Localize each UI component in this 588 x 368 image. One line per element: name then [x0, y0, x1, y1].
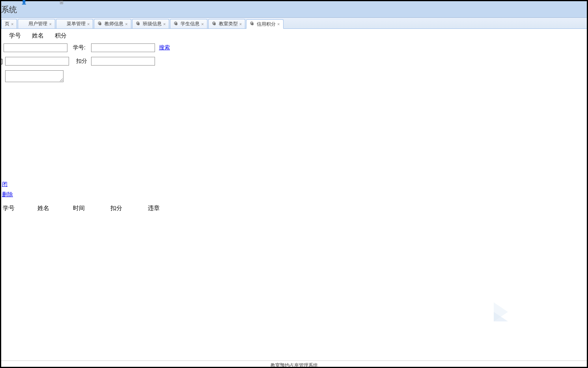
deduct-input[interactable]	[91, 57, 155, 66]
student-id-input[interactable]	[91, 43, 155, 52]
th-name: 姓名	[37, 205, 73, 212]
tab-credit-score[interactable]: 信用积分 ×	[246, 19, 283, 29]
close-icon[interactable]: ×	[277, 22, 280, 26]
remark-textarea[interactable]	[5, 70, 63, 82]
col-score: 积分	[55, 32, 67, 39]
table-headers: 学号 姓名 时间 扣分 违章	[2, 203, 586, 214]
delete-link[interactable]: 删除	[2, 191, 13, 198]
tab-class-info[interactable]: 班级信息 ×	[132, 19, 169, 28]
menu-icon	[60, 21, 65, 27]
col-name: 姓名	[32, 32, 44, 39]
close-icon[interactable]: ×	[201, 22, 203, 26]
row2-label1: ]	[1, 58, 3, 64]
th-deduct: 扣分	[110, 205, 148, 212]
gear-icon	[250, 21, 255, 27]
tab-menu-management[interactable]: 菜单管理 ×	[56, 19, 93, 28]
tab-classroom-type[interactable]: 教室类型 ×	[208, 19, 245, 28]
tab-teacher-info[interactable]: 教师信息 ×	[94, 19, 131, 28]
watermark-logo	[484, 296, 516, 329]
close-icon[interactable]: ×	[163, 22, 166, 26]
deduct-row: ] 扣分	[2, 54, 586, 68]
main-content: 学号 姓名 积分 学号: 搜索 ] 扣分 闭 删除 学号 姓名	[1, 29, 587, 360]
footer: 教室预约占座管理系统	[1, 360, 587, 367]
th-student-id: 学号	[2, 205, 37, 212]
tab-label: 教室类型	[219, 21, 238, 27]
tab-label: 班级信息	[143, 21, 162, 27]
search-row: 学号: 搜索	[2, 41, 586, 54]
close-icon[interactable]: ×	[239, 22, 242, 26]
tab-label: 学生信息	[181, 21, 200, 27]
th-violation: 违章	[148, 205, 179, 212]
action-links: 闭 删除	[2, 179, 586, 203]
close-link[interactable]: 闭	[2, 181, 7, 188]
app-header: 系统	[1, 1, 587, 18]
col-student-id: 学号	[9, 32, 21, 39]
close-icon[interactable]: ×	[11, 22, 13, 26]
gear-icon	[212, 21, 217, 27]
tab-student-info[interactable]: 学生信息 ×	[170, 19, 207, 28]
tab-label: 菜单管理	[67, 21, 86, 27]
app-title: 系统	[1, 5, 17, 14]
close-icon[interactable]: ×	[49, 22, 51, 26]
user-icon	[21, 21, 27, 27]
search-button[interactable]: 搜索	[159, 44, 170, 51]
tab-label: 信用积分	[257, 21, 276, 28]
tab-user-management[interactable]: 用户管理 ×	[18, 19, 55, 28]
gear-icon	[97, 21, 103, 27]
remark-row	[2, 68, 586, 84]
footer-text: 教室预约占座管理系统	[271, 362, 318, 368]
time-input[interactable]	[5, 57, 69, 66]
tab-label: 教师信息	[105, 21, 123, 27]
field-1-input[interactable]	[4, 43, 67, 52]
tab-label: 用户管理	[28, 21, 47, 27]
th-time: 时间	[73, 205, 110, 212]
student-id-label: 学号:	[73, 44, 86, 51]
gear-icon	[136, 21, 141, 27]
top-column-headers: 学号 姓名 积分	[2, 30, 586, 41]
deduct-label: 扣分	[76, 58, 87, 65]
close-icon[interactable]: ×	[125, 22, 127, 26]
gear-icon	[174, 21, 179, 27]
close-icon[interactable]: ×	[87, 22, 90, 26]
spacer	[2, 84, 586, 179]
tab-home[interactable]: 页 ×	[1, 19, 17, 28]
tab-label: 页	[5, 21, 9, 27]
tab-bar: 页 × 用户管理 × 菜单管理 × 教师信息 × 班级信息 × 学生信息 ×	[1, 18, 587, 29]
